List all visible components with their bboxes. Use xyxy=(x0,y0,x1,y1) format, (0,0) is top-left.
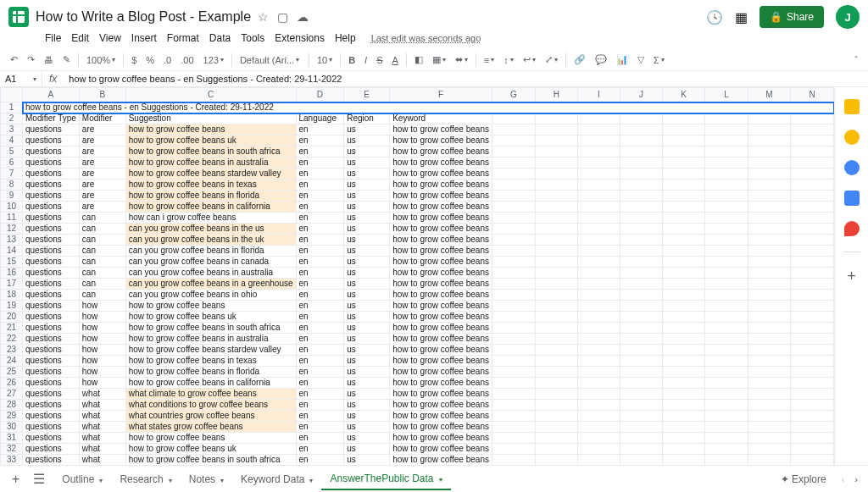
cell[interactable] xyxy=(535,146,578,158)
cell[interactable] xyxy=(492,268,535,279)
meet-icon[interactable]: ▦ xyxy=(735,9,748,25)
row-header[interactable]: 25 xyxy=(1,367,23,378)
row-header[interactable]: 17 xyxy=(1,279,23,290)
cell[interactable] xyxy=(705,433,748,444)
row-header[interactable]: 14 xyxy=(1,246,23,257)
cell[interactable] xyxy=(791,202,834,213)
cell[interactable] xyxy=(620,334,662,345)
cell[interactable] xyxy=(578,422,620,433)
cell[interactable]: en xyxy=(296,356,344,367)
cell[interactable]: questions xyxy=(23,301,80,312)
cell[interactable]: us xyxy=(344,323,390,334)
cell[interactable] xyxy=(791,411,834,422)
cell[interactable]: how to grow coffee beans xyxy=(390,268,492,279)
add-icon[interactable]: + xyxy=(847,268,856,285)
cell[interactable]: how to grow coffee beans xyxy=(390,169,492,180)
cell[interactable] xyxy=(662,455,704,466)
cell[interactable] xyxy=(620,169,662,180)
row-header[interactable]: 16 xyxy=(1,268,23,279)
cell[interactable] xyxy=(748,433,791,444)
cell[interactable]: can xyxy=(79,235,125,246)
cell[interactable]: us xyxy=(344,279,390,290)
tab-keyword-data[interactable]: Keyword Data xyxy=(232,468,321,490)
cell[interactable]: questions xyxy=(23,312,80,323)
cell[interactable] xyxy=(705,400,748,411)
cell[interactable]: us xyxy=(344,235,390,246)
cell[interactable] xyxy=(492,301,535,312)
cell[interactable] xyxy=(705,444,748,455)
row-header[interactable]: 33 xyxy=(1,455,23,466)
cell[interactable] xyxy=(705,323,748,334)
cell[interactable] xyxy=(662,312,704,323)
cell[interactable] xyxy=(662,169,704,180)
cell[interactable]: what conditions to grow coffee beans xyxy=(125,400,296,411)
cell[interactable]: how to grow coffee beans xyxy=(390,191,492,202)
cell[interactable]: can you grow coffee beans in florida xyxy=(125,246,296,257)
cell[interactable] xyxy=(620,345,662,356)
cell[interactable] xyxy=(662,180,704,191)
cell[interactable] xyxy=(748,146,791,158)
cell[interactable]: questions xyxy=(23,158,80,169)
cell[interactable]: how xyxy=(79,356,125,367)
cell[interactable] xyxy=(748,279,791,290)
cell[interactable] xyxy=(620,158,662,169)
cell[interactable] xyxy=(748,113,791,124)
cell[interactable]: questions xyxy=(23,224,80,235)
cell[interactable] xyxy=(662,279,704,290)
row-header[interactable]: 22 xyxy=(1,334,23,345)
row-header[interactable]: 21 xyxy=(1,323,23,334)
redo-icon[interactable]: ↷ xyxy=(24,53,38,67)
chevron-down-icon[interactable] xyxy=(218,473,224,485)
star-icon[interactable]: ☆ xyxy=(258,10,269,24)
history-icon[interactable]: 🕓 xyxy=(706,9,723,25)
zoom-select[interactable]: 100% xyxy=(83,53,119,67)
cell[interactable] xyxy=(748,400,791,411)
cell[interactable] xyxy=(492,290,535,301)
cell[interactable]: us xyxy=(344,312,390,323)
cell[interactable] xyxy=(492,422,535,433)
menu-view[interactable]: View xyxy=(95,30,125,46)
cell[interactable]: how to grow coffee beans xyxy=(390,279,492,290)
cell[interactable]: how to grow coffee beans xyxy=(390,422,492,433)
cell[interactable] xyxy=(578,191,620,202)
cell[interactable]: how to grow coffee beans xyxy=(390,444,492,455)
cell[interactable] xyxy=(492,323,535,334)
cell[interactable]: us xyxy=(344,444,390,455)
cell[interactable]: en xyxy=(296,146,344,158)
cell[interactable]: Language xyxy=(296,113,344,124)
cell[interactable]: en xyxy=(296,433,344,444)
cell[interactable] xyxy=(492,444,535,455)
cell[interactable]: how to grow coffee beans xyxy=(390,146,492,158)
col-header-L[interactable]: L xyxy=(705,88,748,102)
cell[interactable] xyxy=(791,224,834,235)
cell[interactable]: how to grow coffee beans in florida xyxy=(125,191,296,202)
row-header[interactable]: 2 xyxy=(1,113,23,124)
keep-icon[interactable] xyxy=(844,130,860,145)
cell[interactable] xyxy=(578,180,620,191)
cell[interactable]: en xyxy=(296,180,344,191)
menu-tools[interactable]: Tools xyxy=(236,30,269,46)
cell[interactable]: how to grow coffee beans uk xyxy=(125,135,296,146)
cell[interactable] xyxy=(662,135,704,146)
col-header-H[interactable]: H xyxy=(535,88,578,102)
cell[interactable] xyxy=(748,301,791,312)
row-header[interactable]: 19 xyxy=(1,301,23,312)
cell[interactable] xyxy=(535,367,578,378)
currency-icon[interactable]: $ xyxy=(128,53,140,67)
cell[interactable]: how to grow coffee beans in california xyxy=(125,378,296,389)
cell[interactable] xyxy=(748,124,791,135)
cell[interactable]: us xyxy=(344,202,390,213)
cell[interactable]: en xyxy=(296,323,344,334)
tabs-right-icon[interactable]: › xyxy=(851,474,861,484)
cell[interactable]: can you grow coffee beans in the us xyxy=(125,224,296,235)
cell[interactable]: us xyxy=(344,213,390,224)
cell[interactable]: how to grow coffee beans xyxy=(390,323,492,334)
cell[interactable] xyxy=(791,389,834,400)
cell[interactable] xyxy=(748,334,791,345)
cell[interactable]: how to grow coffee beans xyxy=(390,202,492,213)
cell[interactable]: what states grow coffee beans xyxy=(125,422,296,433)
cell[interactable]: us xyxy=(344,356,390,367)
cell[interactable] xyxy=(620,400,662,411)
cell[interactable]: en xyxy=(296,411,344,422)
cell[interactable] xyxy=(791,124,834,135)
